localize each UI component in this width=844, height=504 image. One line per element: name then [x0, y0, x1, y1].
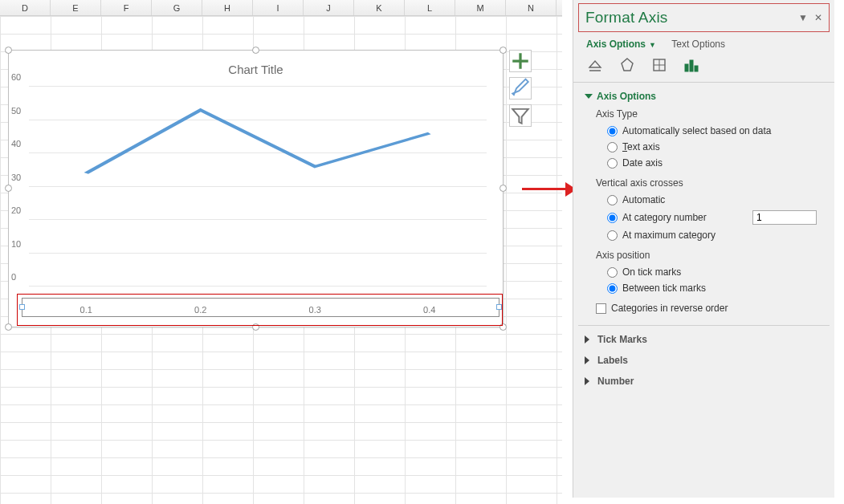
chart-object[interactable]: Chart Title 0 10 20 30 40 50 60 0.1 0.2 …: [8, 50, 504, 327]
collapse-icon: [585, 377, 593, 385]
checkbox-icon[interactable]: [596, 303, 606, 314]
y-tick: 40: [11, 139, 21, 148]
axis-handle[interactable]: [19, 304, 25, 310]
pane-tab-row: Axis Options▼ Text Options: [578, 32, 830, 51]
section-axis-options: Axis Options Axis Type Automatically sel…: [578, 83, 830, 392]
section-number-label: Number: [597, 376, 634, 387]
brush-icon: [510, 78, 531, 99]
col-header[interactable]: J: [304, 0, 354, 15]
axis-type-auto[interactable]: Automatically select based on data: [585, 123, 823, 139]
worksheet-area: D E F G H I J K L M N Chart Title 0 10 2…: [0, 0, 562, 504]
col-header[interactable]: E: [51, 0, 101, 15]
axis-type-label: Axis Type: [585, 102, 823, 123]
axis-handle[interactable]: [496, 304, 502, 310]
axis-type-date[interactable]: Date axis: [585, 155, 823, 171]
section-number-header[interactable]: Number: [585, 376, 823, 387]
crosses-automatic[interactable]: Automatic: [585, 192, 823, 208]
col-header[interactable]: L: [405, 0, 455, 15]
col-header[interactable]: I: [253, 0, 304, 15]
column-headers: D E F G H I J K L M N: [0, 0, 562, 16]
resize-handle[interactable]: [499, 47, 507, 54]
fill-line-icon[interactable]: [586, 56, 604, 74]
plot-area[interactable]: 0 10 20 30 40 50 60 0.1 0.2 0.3 0.4: [29, 87, 487, 287]
chart-styles-button[interactable]: [509, 77, 532, 100]
chevron-down-icon[interactable]: ▼: [649, 41, 656, 49]
section-labels-header[interactable]: Labels: [585, 355, 823, 366]
y-tick: 60: [11, 72, 21, 82]
tab-axis-options[interactable]: Axis Options: [586, 39, 646, 50]
crosses-category-value[interactable]: [752, 210, 817, 225]
chart-elements-button[interactable]: [509, 50, 532, 72]
size-properties-icon[interactable]: [650, 56, 668, 74]
resize-handle[interactable]: [252, 47, 259, 54]
resize-handle[interactable]: [252, 323, 259, 331]
y-tick: 10: [11, 239, 21, 249]
plus-icon: [510, 51, 531, 71]
x-tick: 0.4: [423, 305, 435, 315]
collapse-icon: [585, 356, 593, 364]
section-tick-marks-header[interactable]: Tick Marks: [585, 334, 823, 345]
section-axis-options-label: Axis Options: [597, 91, 656, 102]
pane-category-icons: [578, 51, 830, 82]
axis-position-label: Axis position: [585, 243, 823, 264]
resize-handle[interactable]: [5, 323, 12, 331]
pane-header: Format Axis ▼ ✕: [578, 3, 830, 32]
crosses-at-maximum[interactable]: At maximum category: [585, 227, 823, 243]
svg-rect-3: [690, 60, 693, 71]
resize-handle[interactable]: [499, 185, 507, 192]
resize-handle[interactable]: [5, 185, 12, 192]
col-header[interactable]: D: [0, 0, 51, 15]
x-tick: 0.2: [194, 305, 206, 315]
col-header[interactable]: K: [354, 0, 405, 15]
col-header[interactable]: M: [455, 0, 506, 15]
y-tick: 0: [11, 272, 16, 282]
axis-type-text[interactable]: Text axis: [585, 139, 823, 155]
resize-handle[interactable]: [499, 323, 507, 331]
section-tick-marks-label: Tick Marks: [597, 334, 647, 345]
funnel-icon: [510, 105, 531, 126]
tab-text-options[interactable]: Text Options: [671, 39, 725, 50]
chart-flyout-buttons: [509, 50, 532, 127]
categories-reverse-order[interactable]: Categories in reverse order: [585, 296, 823, 317]
chart-filters-button[interactable]: [509, 104, 532, 127]
pane-close-icon[interactable]: ✕: [814, 12, 822, 23]
expand-icon: [585, 94, 593, 99]
crosses-at-category[interactable]: At category number: [585, 208, 823, 227]
col-header[interactable]: G: [152, 0, 202, 15]
annotation-arrow: [522, 181, 578, 197]
svg-rect-4: [695, 66, 698, 71]
pane-options-dropdown-icon[interactable]: ▼: [798, 12, 808, 23]
axis-on-tick-marks[interactable]: On tick marks: [585, 264, 823, 280]
collapse-icon: [585, 335, 593, 343]
axis-options-icon[interactable]: [683, 56, 700, 74]
chart-title[interactable]: Chart Title: [9, 63, 503, 76]
y-tick: 30: [11, 173, 21, 182]
section-axis-options-header[interactable]: Axis Options: [585, 91, 823, 102]
x-tick: 0.1: [80, 305, 92, 315]
resize-handle[interactable]: [5, 47, 12, 54]
col-header[interactable]: H: [202, 0, 253, 15]
svg-marker-0: [622, 59, 633, 71]
axis-between-tick-marks[interactable]: Between tick marks: [585, 280, 823, 296]
line-series[interactable]: [29, 87, 487, 287]
svg-rect-2: [685, 64, 688, 71]
col-header[interactable]: F: [101, 0, 152, 15]
format-axis-pane: Format Axis ▼ ✕ Axis Options▼ Text Optio…: [573, 0, 834, 498]
y-tick: 50: [11, 106, 21, 116]
pane-title: Format Axis: [585, 9, 668, 26]
y-tick: 20: [11, 205, 21, 215]
effects-icon[interactable]: [618, 56, 636, 74]
section-labels-label: Labels: [597, 355, 628, 366]
x-tick: 0.3: [309, 305, 321, 315]
col-header[interactable]: N: [506, 0, 557, 15]
vertical-axis-crosses-label: Vertical axis crosses: [585, 171, 823, 192]
